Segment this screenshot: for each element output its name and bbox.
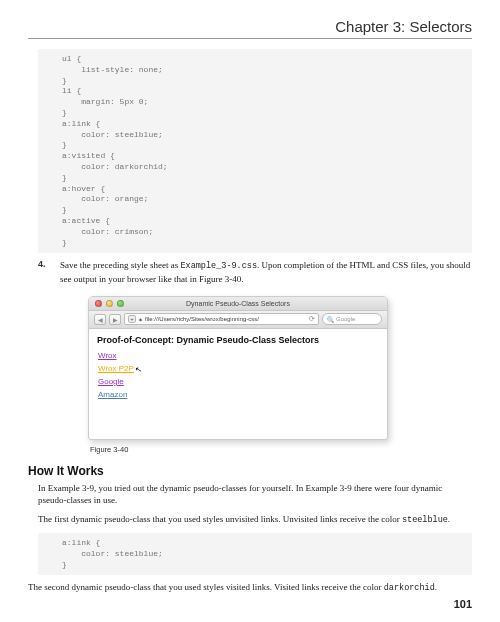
browser-window: Dynamic Pseudo-Class Selectors ◀ ▶ + ✶ f…	[88, 296, 388, 440]
step-code: Example_3-9.css	[180, 261, 257, 271]
link-wrox[interactable]: Wrox	[98, 351, 117, 360]
figure-caption: Figure 3-40	[90, 445, 472, 454]
para3-b: .	[435, 582, 437, 592]
link-wrox-p2p[interactable]: Wrox P2P ↖	[98, 364, 134, 373]
search-icon: 🔍	[327, 316, 334, 323]
para2-code: steelblue	[402, 515, 448, 525]
add-bookmark-icon[interactable]: +	[128, 315, 136, 323]
code-block-2: a:link { color: steelblue; }	[38, 533, 472, 575]
link-list: Wrox Wrox P2P ↖ Google Amazon	[98, 351, 379, 399]
search-placeholder: Google	[336, 316, 355, 322]
link-google[interactable]: Google	[98, 377, 124, 386]
link-amazon[interactable]: Amazon	[98, 390, 127, 399]
para2-a: The first dynamic pseudo-class that you …	[38, 514, 402, 524]
browser-titlebar: Dynamic Pseudo-Class Selectors	[89, 297, 387, 311]
browser-content: Proof-of-Concept: Dynamic Pseudo-Class S…	[89, 329, 387, 439]
address-text: file:///Users/richy/Sites/wrox/beginning…	[145, 316, 259, 322]
para3-a: The second dynamic pseudo-class that you…	[28, 582, 384, 592]
hiw-para-2: The first dynamic pseudo-class that you …	[38, 513, 472, 527]
address-bar[interactable]: + ✶ file:///Users/richy/Sites/wrox/begin…	[124, 313, 319, 325]
how-it-works-heading: How It Works	[28, 464, 472, 478]
maximize-icon[interactable]	[117, 300, 124, 307]
hiw-para-3: The second dynamic pseudo-class that you…	[28, 581, 472, 595]
close-icon[interactable]	[95, 300, 102, 307]
page-icon: ✶	[138, 316, 143, 323]
code-block-1: ul { list-style: none; } li { margin: 5p…	[38, 49, 472, 253]
search-input[interactable]: 🔍 Google	[322, 313, 382, 325]
chapter-title: Chapter 3: Selectors	[28, 18, 472, 39]
link-label: Wrox P2P	[98, 364, 134, 373]
minimize-icon[interactable]	[106, 300, 113, 307]
step-number: 4.	[38, 259, 50, 285]
figure-3-40: Dynamic Pseudo-Class Selectors ◀ ▶ + ✶ f…	[88, 296, 472, 454]
window-title: Dynamic Pseudo-Class Selectors	[89, 300, 387, 307]
back-button[interactable]: ◀	[94, 314, 106, 325]
step-text: Save the preceding style sheet as Exampl…	[60, 259, 472, 285]
forward-button[interactable]: ▶	[109, 314, 121, 325]
browser-toolbar: ◀ ▶ + ✶ file:///Users/richy/Sites/wrox/b…	[89, 311, 387, 329]
step-4: 4. Save the preceding style sheet as Exa…	[38, 259, 472, 285]
cursor-icon: ↖	[134, 364, 143, 375]
page-heading: Proof-of-Concept: Dynamic Pseudo-Class S…	[97, 335, 379, 345]
para2-b: .	[448, 514, 450, 524]
reload-icon[interactable]: ⟳	[309, 315, 315, 323]
para3-code: darkorchid	[384, 583, 435, 593]
hiw-para-1: In Example 3-9, you tried out the dynami…	[38, 482, 472, 507]
page-number: 101	[454, 598, 472, 610]
step-text-a: Save the preceding style sheet as	[60, 260, 180, 270]
